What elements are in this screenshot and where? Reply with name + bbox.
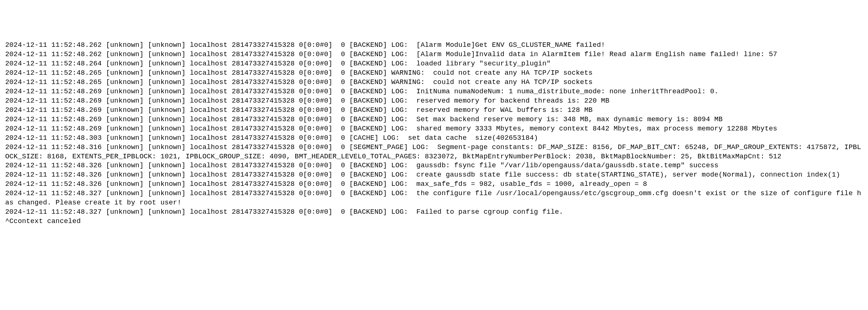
log-line: 2024-12-11 11:52:48.265 [unknown] [unkno…	[5, 69, 863, 78]
log-line: 2024-12-11 11:52:48.327 [unknown] [unkno…	[5, 208, 863, 217]
log-line: 2024-12-11 11:52:48.265 [unknown] [unkno…	[5, 78, 863, 87]
log-line: 2024-12-11 11:52:48.269 [unknown] [unkno…	[5, 97, 863, 106]
log-line: 2024-12-11 11:52:48.262 [unknown] [unkno…	[5, 41, 863, 50]
log-line: 2024-12-11 11:52:48.269 [unknown] [unkno…	[5, 125, 863, 134]
log-line: 2024-12-11 11:52:48.303 [unknown] [unkno…	[5, 134, 863, 143]
log-line: 2024-12-11 11:52:48.326 [unknown] [unkno…	[5, 161, 863, 171]
log-line: 2024-12-11 11:52:48.269 [unknown] [unkno…	[5, 87, 863, 97]
log-line: 2024-12-11 11:52:48.264 [unknown] [unkno…	[5, 59, 863, 69]
log-line: 2024-12-11 11:52:48.262 [unknown] [unkno…	[5, 50, 863, 59]
log-line: 2024-12-11 11:52:48.316 [unknown] [unkno…	[5, 143, 863, 162]
log-line: 2024-12-11 11:52:48.326 [unknown] [unkno…	[5, 180, 863, 189]
log-line: ^Ccontext canceled	[5, 217, 863, 226]
log-line: 2024-12-11 11:52:48.269 [unknown] [unkno…	[5, 115, 863, 125]
log-line: 2024-12-11 11:52:48.269 [unknown] [unkno…	[5, 106, 863, 115]
terminal-log-output[interactable]: 2024-12-11 11:52:48.262 [unknown] [unkno…	[5, 41, 863, 226]
log-line: 2024-12-11 11:52:48.327 [unknown] [unkno…	[5, 189, 863, 208]
log-line: 2024-12-11 11:52:48.326 [unknown] [unkno…	[5, 171, 863, 180]
